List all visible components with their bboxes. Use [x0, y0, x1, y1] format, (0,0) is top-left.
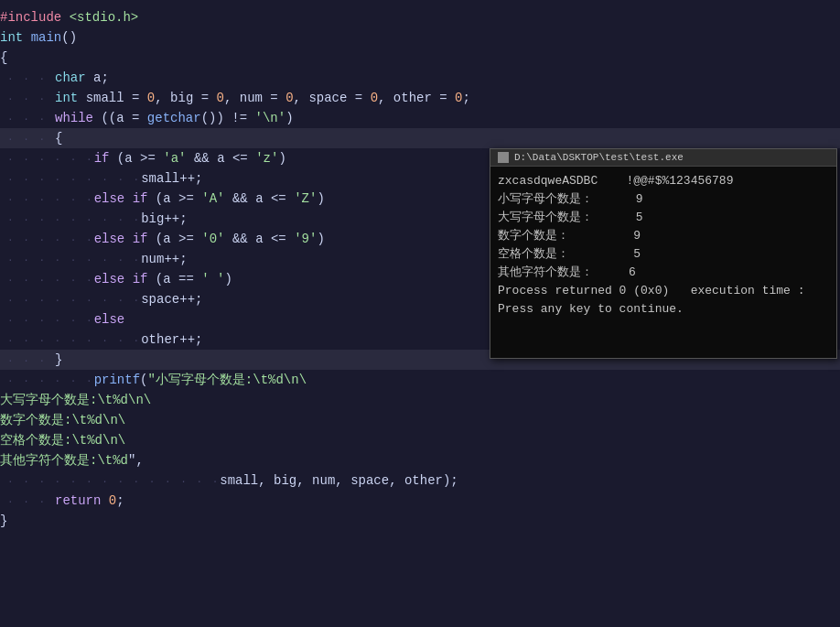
code-line-7: · · · {	[0, 128, 840, 148]
terminal-window: D:\Data\DSKTOP\test\test.exe zxcasdqweAS…	[490, 148, 837, 359]
code-line-2: int main()	[0, 27, 840, 48]
terminal-output-other: 其他字符个数是： 6	[498, 264, 829, 282]
code-line-20: 大写字母个数是:\t%d\n\	[0, 390, 840, 410]
code-line-25: · · · return 0;	[0, 491, 840, 511]
terminal-title: D:\Data\DSKTOP\test\test.exe	[514, 152, 684, 163]
code-line-3: {	[0, 48, 840, 68]
code-line-26: }	[0, 511, 840, 531]
code-line-5: · · · int small = 0, big = 0, num = 0, s…	[0, 88, 840, 108]
terminal-output-big: 大写字母个数是： 5	[498, 209, 829, 227]
terminal-body: zxcasdqweASDBC !@@#$%123456789 小写字母个数是： …	[490, 167, 836, 324]
code-line-6: · · · while ((a = getchar()) != '\n')	[0, 108, 840, 128]
code-line-4: · · · char a;	[0, 68, 840, 88]
code-line-19: · · · · · · printf("小写字母个数是:\t%d\n\	[0, 370, 840, 390]
terminal-output-num: 数字个数是： 9	[498, 227, 829, 245]
terminal-input-line: zxcasdqweASDBC !@@#$%123456789	[498, 172, 829, 190]
code-line-22: 空格个数是:\t%d\n\	[0, 430, 840, 450]
terminal-continue-line: Press any key to continue.	[498, 300, 829, 319]
code-line-1: #include <stdio.h>	[0, 7, 840, 27]
terminal-output-space: 空格个数是： 5	[498, 245, 829, 264]
terminal-app-icon	[498, 152, 509, 163]
code-line-23: 其他字符个数是:\t%d",	[0, 450, 840, 470]
terminal-output-small: 小写字母个数是： 9	[498, 190, 829, 209]
terminal-process-line: Process returned 0 (0x0) execution time …	[498, 282, 829, 300]
code-line-24: · · · · · · · · · · · · · · small, big, …	[0, 470, 840, 491]
code-line-21: 数字个数是:\t%d\n\	[0, 410, 840, 430]
terminal-titlebar: D:\Data\DSKTOP\test\test.exe	[490, 149, 836, 167]
